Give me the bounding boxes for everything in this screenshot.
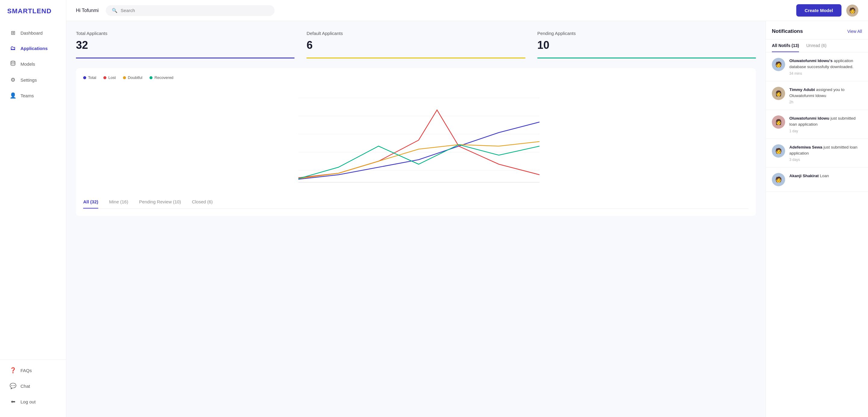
line-chart	[83, 86, 749, 196]
header-right: Create Model 🧑	[796, 4, 858, 17]
legend-doubtful-dot	[123, 76, 126, 79]
stat-total-value: 32	[76, 39, 294, 52]
notif-text-5: Akanji Shakirat Loan	[789, 173, 829, 179]
stat-total: Total Applicants 32	[76, 31, 294, 59]
tab-mine[interactable]: Mine (16)	[109, 196, 128, 208]
settings-icon: ⚙	[10, 76, 16, 83]
chart-section: Total Lost Doubtful Recovered	[76, 68, 756, 216]
sidebar-label-dashboard: Dashboard	[21, 30, 42, 36]
tab-closed[interactable]: Closed (6)	[192, 196, 213, 208]
notifications-tabs: All Notifs (13) Unread (6)	[766, 39, 868, 53]
sidebar-label-faqs: FAQs	[21, 368, 32, 373]
sidebar-item-applications[interactable]: 🗂 Applications	[2, 41, 64, 56]
notif-content-1: Oluwatofunmi Idowu's application databas…	[789, 58, 862, 76]
app-logo: SMARTLEND	[0, 7, 66, 25]
legend-recovered-label: Recovered	[154, 75, 173, 80]
legend-total-dot	[83, 76, 86, 79]
notif-item-2: 👩 Timmy Adubi assigned you to Oluwatofun…	[766, 82, 868, 110]
notif-tab-unread[interactable]: Unread (6)	[806, 39, 827, 52]
sidebar-item-teams[interactable]: 👤 Teams	[2, 88, 64, 103]
svg-point-0	[11, 61, 15, 63]
greeting-text: Hi Tofunmi	[76, 8, 98, 13]
stat-pending: Pending Applicants 10	[537, 31, 756, 59]
legend-doubtful-label: Doubtful	[128, 75, 142, 80]
tab-pending-review[interactable]: Pending Review (10)	[139, 196, 181, 208]
notif-time-3: 1 day	[789, 129, 862, 133]
dashboard-icon: ⊞	[10, 30, 16, 36]
applications-icon: 🗂	[10, 45, 16, 52]
sidebar-label-logout: Log out	[21, 399, 36, 404]
notif-item-5: 🧑 Akanji Shakirat Loan	[766, 167, 868, 192]
legend-lost-label: Lost	[108, 75, 116, 80]
sidebar-item-logout[interactable]: ⬅ Log out	[2, 394, 64, 409]
search-icon: 🔍	[112, 8, 118, 13]
teams-icon: 👤	[10, 92, 16, 99]
stat-default: Default Applicants 6	[307, 31, 525, 59]
notif-content-5: Akanji Shakirat Loan	[789, 173, 829, 186]
notif-text-1: Oluwatofunmi Idowu's application databas…	[789, 58, 862, 70]
bottom-nav: ❓ FAQs 💬 Chat ⬅ Log out	[0, 359, 66, 410]
sidebar-item-chat[interactable]: 💬 Chat	[2, 379, 64, 393]
tab-all[interactable]: All (32)	[83, 196, 98, 208]
legend-doubtful: Doubtful	[123, 75, 142, 80]
sidebar: SMARTLEND ⊞ Dashboard 🗂 Applications Mod…	[0, 0, 66, 417]
notif-time-1: 34 mins	[789, 71, 862, 76]
notifications-title: Notifications	[772, 28, 803, 34]
stat-default-value: 6	[307, 39, 525, 52]
notif-time-2: 2h	[789, 100, 862, 104]
sidebar-item-dashboard[interactable]: ⊞ Dashboard	[2, 25, 64, 40]
sidebar-label-applications: Applications	[21, 46, 48, 51]
stats-row: Total Applicants 32 Default Applicants 6…	[76, 31, 756, 59]
notif-content-4: Adefemiwa Sewa just submitted loan appli…	[789, 144, 862, 162]
legend-total-label: Total	[88, 75, 96, 80]
stat-default-label: Default Applicants	[307, 31, 525, 36]
sidebar-label-chat: Chat	[21, 384, 30, 389]
notif-text-2: Timmy Adubi assigned you to Oluwatofunmi…	[789, 87, 862, 99]
logout-icon: ⬅	[10, 398, 16, 405]
stat-pending-label: Pending Applicants	[537, 31, 756, 36]
notif-avatar-3: 👩	[772, 116, 785, 129]
notif-item-1: 🧑 Oluwatofunmi Idowu's application datab…	[766, 53, 868, 82]
stat-pending-value: 10	[537, 39, 756, 52]
legend-lost-dot	[103, 76, 106, 79]
models-icon	[10, 61, 16, 67]
stat-total-label: Total Applicants	[76, 31, 294, 36]
notif-avatar-1: 🧑	[772, 58, 785, 71]
dashboard-main: Total Applicants 32 Default Applicants 6…	[66, 21, 766, 417]
notif-avatar-5: 🧑	[772, 173, 785, 186]
sidebar-label-models: Models	[21, 61, 35, 67]
notif-item-4: 🧑 Adefemiwa Sewa just submitted loan app…	[766, 139, 868, 168]
sidebar-item-settings[interactable]: ⚙ Settings	[2, 72, 64, 87]
main-nav: ⊞ Dashboard 🗂 Applications Models ⚙ Sett…	[0, 25, 66, 104]
sidebar-label-settings: Settings	[21, 77, 37, 83]
legend-recovered: Recovered	[150, 75, 173, 80]
notif-text-3: Oluwatofunmi Idowu just submitted loan a…	[789, 116, 862, 128]
notif-item-3: 👩 Oluwatofunmi Idowu just submitted loan…	[766, 110, 868, 139]
search-bar[interactable]: 🔍	[106, 5, 275, 16]
chat-icon: 💬	[10, 383, 16, 389]
avatar[interactable]: 🧑	[846, 4, 858, 17]
legend-total: Total	[83, 75, 96, 80]
notif-text-4: Adefemiwa Sewa just submitted loan appli…	[789, 144, 862, 157]
notif-tab-all[interactable]: All Notifs (13)	[772, 39, 799, 52]
notif-content-2: Timmy Adubi assigned you to Oluwatofunmi…	[789, 87, 862, 104]
header: Hi Tofunmi 🔍 Create Model 🧑	[66, 0, 868, 21]
tabs-row: All (32) Mine (16) Pending Review (10) C…	[83, 196, 749, 209]
sidebar-label-teams: Teams	[21, 93, 34, 98]
content-area: Total Applicants 32 Default Applicants 6…	[66, 21, 868, 417]
create-model-button[interactable]: Create Model	[796, 4, 841, 17]
legend-lost: Lost	[103, 75, 116, 80]
legend-recovered-dot	[150, 76, 153, 79]
sidebar-item-models[interactable]: Models	[2, 56, 64, 72]
sidebar-item-faqs[interactable]: ❓ FAQs	[2, 363, 64, 378]
notif-avatar-4: 🧑	[772, 144, 785, 158]
notif-content-3: Oluwatofunmi Idowu just submitted loan a…	[789, 116, 862, 133]
faqs-icon: ❓	[10, 367, 16, 374]
notifications-header: Notifications View All	[766, 21, 868, 39]
notif-avatar-2: 👩	[772, 87, 785, 100]
notif-time-4: 3 days	[789, 158, 862, 162]
search-input[interactable]	[121, 8, 269, 13]
chart-legend: Total Lost Doubtful Recovered	[83, 75, 749, 80]
view-all-link[interactable]: View All	[847, 29, 862, 34]
notifications-panel: Notifications View All All Notifs (13) U…	[766, 21, 868, 417]
